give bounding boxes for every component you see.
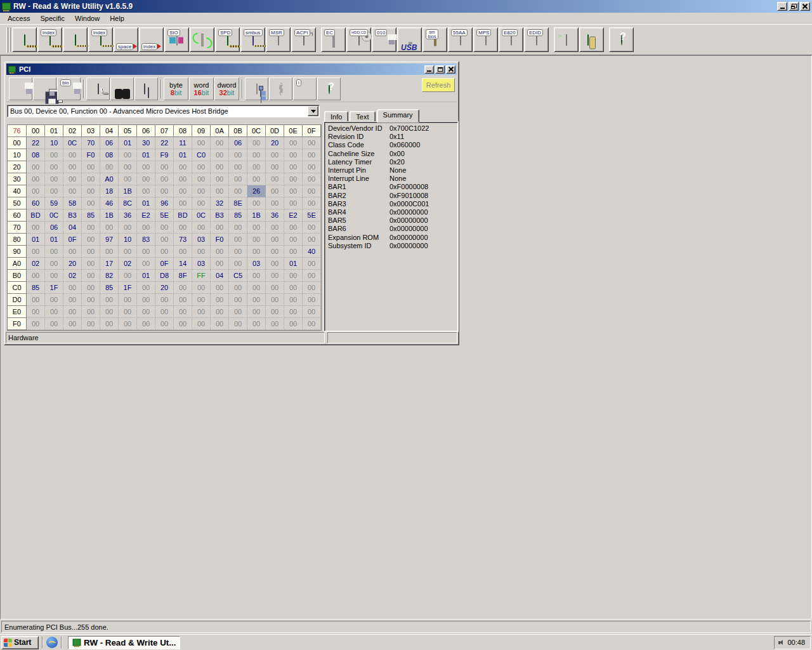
hex-cell-90-07[interactable]: 00: [155, 246, 174, 258]
hex-cell-90-0F[interactable]: 40: [303, 246, 321, 258]
hex-cell-50-03[interactable]: 00: [82, 197, 100, 209]
hex-cell-B0-04[interactable]: 82: [100, 270, 119, 282]
hex-cell-C0-01[interactable]: 1F: [45, 282, 63, 294]
hex-cell-10-04[interactable]: 08: [100, 149, 119, 161]
hex-cell-20-02[interactable]: 00: [63, 161, 82, 173]
hex-cell-40-02[interactable]: 00: [63, 185, 82, 197]
e820-button[interactable]: E820: [499, 27, 523, 52]
hex-cell-10-00[interactable]: 08: [27, 149, 45, 161]
hex-cell-30-0B[interactable]: 00: [229, 173, 247, 185]
hex-cell-30-0E[interactable]: 00: [284, 173, 303, 185]
hex-cell-30-0F[interactable]: 00: [303, 173, 321, 185]
pci-maximize-button[interactable]: [435, 65, 445, 74]
hex-cell-C0-0E[interactable]: 00: [284, 282, 303, 294]
hex-cell-B0-09[interactable]: FF: [192, 270, 211, 282]
hex-cell-30-0A[interactable]: 00: [211, 173, 229, 185]
menu-access[interactable]: Access: [3, 13, 35, 23]
hex-cell-F0-0C[interactable]: 00: [247, 318, 266, 330]
hex-cell-40-0E[interactable]: 00: [284, 185, 303, 197]
open-button[interactable]: [86, 77, 110, 100]
hex-cell-A0-0E[interactable]: 01: [284, 258, 303, 270]
hex-cell-50-04[interactable]: 46: [100, 197, 119, 209]
hdd-cd-button[interactable]: HDD,CD: [346, 27, 371, 52]
hex-cell-10-0A[interactable]: 00: [211, 149, 229, 161]
start-button[interactable]: Start: [1, 636, 39, 649]
hex-cell-B0-0C[interactable]: 00: [247, 270, 266, 282]
hex-cell-30-03[interactable]: 00: [82, 173, 100, 185]
hex-cell-40-00[interactable]: 00: [27, 185, 45, 197]
hex-cell-A0-00[interactable]: 02: [27, 258, 45, 270]
hex-cell-00-0B[interactable]: 06: [229, 137, 247, 149]
hex-cell-10-0C[interactable]: 00: [247, 149, 266, 161]
pci-button[interactable]: [12, 27, 37, 52]
hex-cell-20-06[interactable]: 00: [137, 161, 155, 173]
hex-cell-D0-03[interactable]: 00: [82, 294, 100, 306]
hex-cell-F0-0E[interactable]: 00: [284, 318, 303, 330]
55aa-button[interactable]: 55AA: [448, 27, 473, 52]
hex-cell-40-04[interactable]: 18: [100, 185, 119, 197]
hex-cell-80-0A[interactable]: F0: [211, 234, 229, 246]
hex-cell-A0-05[interactable]: 02: [119, 258, 137, 270]
hex-cell-30-00[interactable]: 00: [27, 173, 45, 185]
hex-cell-20-00[interactable]: 00: [27, 161, 45, 173]
hex-cell-C0-04[interactable]: 85: [100, 282, 119, 294]
hex-cell-60-07[interactable]: 5E: [155, 209, 174, 222]
hex-cell-50-09[interactable]: 00: [192, 197, 211, 209]
hex-cell-70-08[interactable]: 00: [174, 222, 192, 234]
ec-button[interactable]: EC: [321, 27, 346, 52]
hex-cell-00-0A[interactable]: 00: [211, 137, 229, 149]
hex-cell-90-0E[interactable]: 00: [284, 246, 303, 258]
hex-cell-A0-0B[interactable]: 00: [229, 258, 247, 270]
hex-cell-D0-0A[interactable]: 00: [211, 294, 229, 306]
hex-cell-D0-02[interactable]: 00: [63, 294, 82, 306]
hex-cell-C0-0B[interactable]: 00: [229, 282, 247, 294]
settings-button[interactable]: [269, 77, 292, 100]
hex-cell-F0-0A[interactable]: 00: [211, 318, 229, 330]
quick-launch-icon[interactable]: [46, 637, 58, 648]
hex-cell-C0-09[interactable]: 00: [192, 282, 211, 294]
hex-cell-D0-0B[interactable]: 00: [229, 294, 247, 306]
hex-cell-30-02[interactable]: 00: [63, 173, 82, 185]
hex-cell-A0-0C[interactable]: 03: [247, 258, 266, 270]
hex-cell-80-0F[interactable]: 00: [303, 234, 321, 246]
msr-button[interactable]: MSR: [266, 27, 291, 52]
hex-cell-60-0E[interactable]: E2: [284, 209, 303, 222]
hex-cell-D0-0E[interactable]: 00: [284, 294, 303, 306]
hex-cell-E0-04[interactable]: 00: [100, 306, 119, 318]
hex-cell-40-0C[interactable]: 26: [247, 185, 266, 197]
hex-cell-D0-01[interactable]: 00: [45, 294, 63, 306]
acpi-button[interactable]: ACPI: [291, 27, 316, 52]
hex-cell-C0-0D[interactable]: 00: [266, 282, 284, 294]
hex-cell-A0-04[interactable]: 17: [100, 258, 119, 270]
hex-cell-D0-00[interactable]: 00: [27, 294, 45, 306]
hex-cell-80-0B[interactable]: 00: [229, 234, 247, 246]
hex-cell-50-08[interactable]: 00: [174, 197, 192, 209]
hex-cell-40-0A[interactable]: 00: [211, 185, 229, 197]
hex-cell-50-0A[interactable]: 32: [211, 197, 229, 209]
hex-cell-50-07[interactable]: 96: [155, 197, 174, 209]
hex-cell-10-05[interactable]: 00: [119, 149, 137, 161]
hex-cell-20-09[interactable]: 00: [192, 161, 211, 173]
hex-cell-60-00[interactable]: BD: [27, 209, 45, 222]
hex-cell-C0-0A[interactable]: 00: [211, 282, 229, 294]
hex-cell-80-05[interactable]: 10: [119, 234, 137, 246]
hex-cell-00-00[interactable]: 22: [27, 137, 45, 149]
hex-cell-80-0E[interactable]: 00: [284, 234, 303, 246]
hex-cell-B0-00[interactable]: 00: [27, 270, 45, 282]
hex-cell-F0-03[interactable]: 00: [82, 318, 100, 330]
hex-cell-B0-0F[interactable]: 00: [303, 270, 321, 282]
hex-cell-60-0F[interactable]: 5E: [303, 209, 321, 222]
hex-cell-70-0B[interactable]: 00: [229, 222, 247, 234]
hex-cell-90-04[interactable]: 00: [100, 246, 119, 258]
hex-cell-40-09[interactable]: 00: [192, 185, 211, 197]
hex-cell-30-0C[interactable]: 00: [247, 173, 266, 185]
hex-cell-20-0E[interactable]: 00: [284, 161, 303, 173]
hex-cell-60-03[interactable]: 85: [82, 209, 100, 222]
hex-cell-40-01[interactable]: 00: [45, 185, 63, 197]
hex-cell-E0-07[interactable]: 00: [155, 306, 174, 318]
hex-cell-50-0B[interactable]: 8E: [229, 197, 247, 209]
hex-cell-90-0A[interactable]: 00: [211, 246, 229, 258]
hex-cell-30-0D[interactable]: 00: [266, 173, 284, 185]
mps-button[interactable]: MPS: [473, 27, 498, 52]
hex-cell-70-02[interactable]: 04: [63, 222, 82, 234]
